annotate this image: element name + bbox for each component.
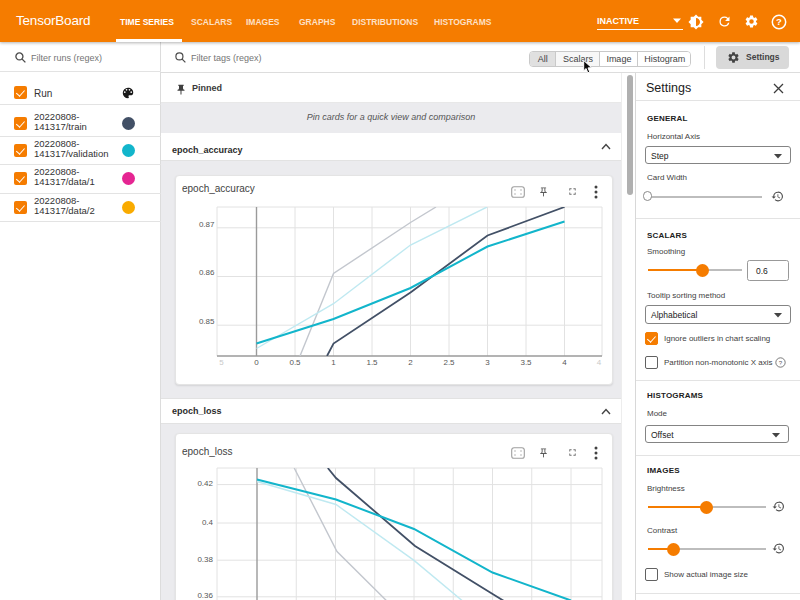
svg-text:0.38: 0.38 [197, 555, 213, 564]
svg-text:?: ? [776, 16, 782, 27]
svg-text:3.5: 3.5 [520, 358, 532, 367]
svg-text:4: 4 [597, 358, 602, 367]
svg-text:0: 0 [254, 358, 259, 367]
svg-text:0.87: 0.87 [199, 219, 215, 228]
svg-text:4: 4 [562, 358, 567, 367]
svg-text:1.5: 1.5 [366, 358, 378, 367]
svg-text:1: 1 [331, 358, 336, 367]
svg-text:2.5: 2.5 [443, 358, 455, 367]
svg-text:0.85: 0.85 [199, 317, 215, 326]
svg-text:0.5: 0.5 [289, 358, 301, 367]
svg-text:2: 2 [408, 358, 413, 367]
svg-text:?: ? [779, 359, 783, 366]
svg-text:3: 3 [485, 358, 490, 367]
svg-text:0.36: 0.36 [197, 591, 213, 600]
svg-text:5: 5 [219, 358, 224, 367]
svg-text:0.42: 0.42 [197, 479, 213, 488]
svg-text:0.4: 0.4 [202, 518, 214, 527]
svg-text:0.86: 0.86 [199, 268, 215, 277]
